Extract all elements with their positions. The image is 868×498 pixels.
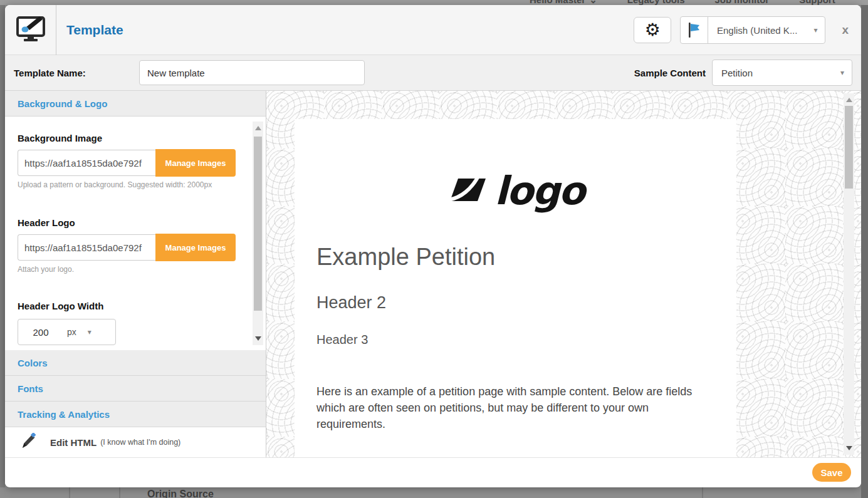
header-logo-label: Header Logo (18, 217, 236, 228)
sample-content-value: Petition (721, 68, 753, 78)
preview-heading-2: Header 2 (316, 293, 736, 313)
template-preview-area: logo Example Petition Header 2 Header 3 … (266, 91, 861, 457)
manage-images-button[interactable]: Manage Images (155, 234, 236, 261)
settings-sidebar: Background & Logo Background Image Manag… (5, 91, 266, 457)
dialog-header: Template ⚙ English (United K... ▾ x (5, 5, 861, 55)
chevron-down-icon: ⌄ (589, 0, 597, 5)
section-colors[interactable]: Colors (5, 350, 266, 376)
settings-button[interactable]: ⚙ (634, 17, 671, 43)
section-background-logo[interactable]: Background & Logo (5, 91, 266, 117)
header-logo-width-unit: px (67, 327, 76, 337)
preview-heading-3: Header 3 (316, 333, 736, 347)
edit-html-label: Edit HTML (50, 437, 97, 448)
flag-icon (681, 17, 708, 43)
scrollbar-thumb[interactable] (845, 106, 853, 189)
header-logo-help: Attach your logo. (18, 265, 236, 274)
origin-source-label: Origin Source (147, 489, 214, 498)
divider (119, 487, 120, 498)
monitor-paintbrush-icon (16, 15, 46, 45)
preview-scrollbar[interactable] (844, 93, 854, 455)
scroll-up-arrow[interactable] (255, 126, 261, 130)
pencil-icon (21, 433, 36, 452)
scroll-down-arrow[interactable] (255, 336, 261, 341)
header-actions: ⚙ English (United K... ▾ x (634, 5, 852, 55)
preview-logo: logo (295, 168, 736, 214)
language-select[interactable]: English (United K... ▾ (680, 16, 825, 44)
dialog-body: Background & Logo Background Image Manag… (5, 91, 861, 457)
scroll-down-arrow[interactable] (846, 446, 852, 450)
manage-images-button[interactable]: Manage Images (155, 149, 236, 177)
background-page-bottom: Origin Source (0, 487, 868, 498)
background-image-label: Background Image (18, 133, 236, 143)
scroll-up-arrow[interactable] (846, 98, 852, 102)
caret-down-icon: ▾ (88, 328, 92, 336)
edit-html-note: (I know what I'm doing) (100, 438, 180, 447)
background-page-top: Hello Master⌄ Legacy tools Job monitor S… (0, 0, 868, 5)
close-icon[interactable]: x (838, 23, 852, 37)
page-title: Template (66, 23, 123, 38)
scrollbar-thumb[interactable] (254, 137, 262, 311)
preview-paragraph: Here is an example of a petition page wi… (316, 383, 721, 432)
background-image-help: Upload a pattern or background. Suggeste… (18, 180, 236, 190)
dialog-footer: Save (5, 457, 861, 487)
background-logo-panel: Background Image Manage Images Upload a … (5, 117, 266, 350)
background-image-url-input[interactable] (18, 150, 155, 176)
logo-text: logo (494, 168, 584, 214)
overlay-left-edge (0, 5, 5, 487)
divider (702, 487, 703, 498)
template-app-icon-box (5, 5, 56, 55)
template-name-label: Template Name: (14, 68, 86, 78)
sample-content-label: Sample Content (634, 68, 706, 78)
overlay-right-edge (861, 5, 868, 498)
template-name-input[interactable] (139, 60, 365, 85)
edit-html-button[interactable]: Edit HTML (I know what I'm doing) (5, 427, 266, 457)
header-logo-width-control[interactable]: 200 px ▾ (18, 319, 116, 345)
sample-content-select[interactable]: Petition ▾ (712, 60, 852, 86)
logo-mark-icon (447, 172, 488, 210)
header-logo-width-value: 200 (18, 327, 63, 338)
template-name-row: Template Name: Sample Content Petition ▾ (5, 55, 861, 91)
divider (69, 487, 70, 498)
template-editor-dialog: Template ⚙ English (United K... ▾ x (5, 5, 861, 487)
language-value: English (United K... (717, 25, 797, 36)
preview-heading-1: Example Petition (316, 244, 736, 271)
caret-down-icon: ▾ (840, 68, 844, 77)
sidebar-scrollbar[interactable] (253, 122, 263, 345)
save-button[interactable]: Save (812, 463, 851, 482)
section-fonts[interactable]: Fonts (5, 376, 266, 402)
caret-down-icon: ▾ (813, 26, 817, 34)
header-logo-width-label: Header Logo Width (18, 301, 236, 311)
gear-icon: ⚙ (644, 21, 660, 39)
header-logo-url-input[interactable] (18, 234, 155, 261)
section-tracking-analytics[interactable]: Tracking & Analytics (5, 402, 266, 427)
preview-page: logo Example Petition Header 2 Header 3 … (295, 119, 736, 457)
